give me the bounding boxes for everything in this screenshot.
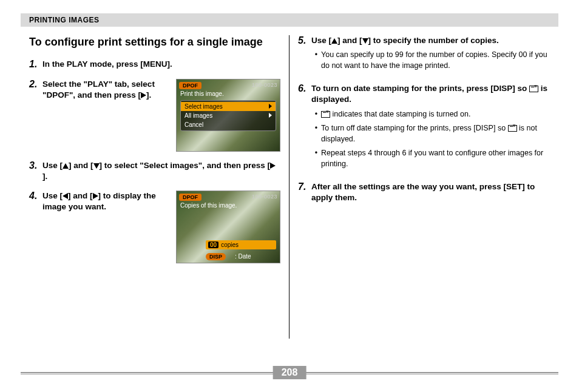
dpof-tag: DPOF <box>179 82 201 89</box>
bullet-item: •You can specify up to 99 for the number… <box>311 50 550 71</box>
right-arrow-icon <box>270 163 276 169</box>
camera-screenshot-dpof-menu: DPOF 100-0023 Print this image. Select i… <box>176 79 280 152</box>
right-arrow-icon <box>93 193 98 199</box>
left-column: To configure print settings for a single… <box>21 35 290 339</box>
copies-count: 00 <box>208 242 218 248</box>
section-header: PRINTING IMAGES <box>21 13 558 27</box>
bullet-item: •To turn off date stamping for the print… <box>311 123 550 144</box>
cam-title: Print this image. <box>180 90 276 97</box>
section-header-text: PRINTING IMAGES <box>29 16 100 24</box>
step-number: 1. <box>29 59 42 70</box>
frame-number: 100-0023 <box>252 82 277 88</box>
step-3: 3. Use [] and [] to select "Select image… <box>29 160 280 182</box>
step-5: 5. Use [] and [] to specify the number o… <box>298 35 550 75</box>
cam-menu: Select images All images Cancel <box>180 100 276 131</box>
step-text: Use [] and [] to select "Select images",… <box>42 160 280 182</box>
cam-title: Copies of this image. <box>180 202 276 209</box>
step-text: Select the "PLAY" tab, select "DPOF", an… <box>42 79 169 101</box>
date-label: : Date <box>235 253 251 260</box>
chevron-right-icon <box>269 113 272 118</box>
step-number: 4. <box>29 191 42 263</box>
left-arrow-icon <box>63 193 68 199</box>
step-4: 4. Use [] and [] to display the image yo… <box>29 191 280 263</box>
down-arrow-icon <box>362 38 368 44</box>
step-number: 3. <box>29 160 42 182</box>
step-text: In the PLAY mode, press [MENU]. <box>42 59 280 70</box>
dpof-tag: DPOF <box>179 194 201 201</box>
copies-bar: 00 copies <box>206 240 276 249</box>
right-column: 5. Use [] and [] to specify the number o… <box>290 35 558 339</box>
cam-menu-item: Cancel <box>181 120 276 129</box>
step-text: After all the settings are the way you w… <box>311 181 550 203</box>
bullet-item: •Repeat steps 4 through 6 if you want to… <box>311 148 550 169</box>
date-stamp-icon <box>321 111 330 118</box>
date-stamp-icon <box>508 125 517 132</box>
step-number: 2. <box>29 79 42 152</box>
frame-number: 100-0023 <box>252 194 277 200</box>
cam-menu-item-selected: Select images <box>181 102 276 111</box>
date-stamp-icon <box>529 86 538 92</box>
cam-menu-item: All images <box>181 111 276 120</box>
copies-label: copies <box>221 242 239 248</box>
step-number: 5. <box>298 35 311 75</box>
up-arrow-icon <box>331 38 337 44</box>
disp-button-label: DISP <box>206 253 226 260</box>
step-2: 2. Select the "PLAY" tab, select "DPOF",… <box>29 79 280 152</box>
step-6: 6. To turn on date stamping for the prin… <box>298 83 550 173</box>
down-arrow-icon <box>93 163 100 169</box>
step-number: 6. <box>298 83 311 173</box>
camera-screenshot-copies: DPOF 100-0023 Copies of this image. 00 c… <box>176 191 280 263</box>
step-7: 7. After all the settings are the way yo… <box>298 181 550 203</box>
page-number: 208 <box>273 366 306 379</box>
right-arrow-icon <box>141 92 146 98</box>
step-text: To turn on date stamping for the prints,… <box>311 83 550 105</box>
step-text: Use [] and [] to display the image you w… <box>42 191 169 212</box>
bullet-item: • indicates that date stamping is turned… <box>311 109 550 120</box>
step-text: Use [] and [] to specify the number of c… <box>311 35 550 46</box>
step-number: 7. <box>298 181 311 203</box>
section-title: To configure print settings for a single… <box>29 35 280 49</box>
step-1: 1. In the PLAY mode, press [MENU]. <box>29 59 280 70</box>
page-footer: 208 <box>21 368 558 379</box>
up-arrow-icon <box>63 163 69 169</box>
chevron-right-icon <box>269 104 272 109</box>
